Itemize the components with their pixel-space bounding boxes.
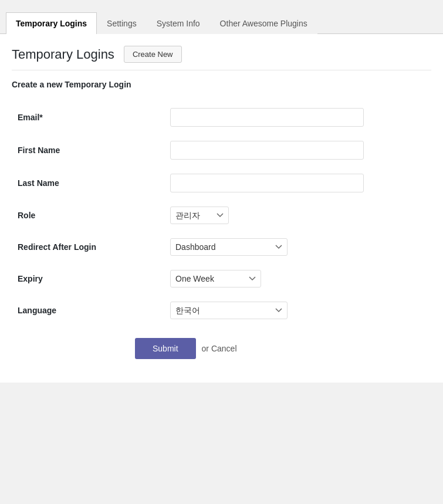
tab-settings[interactable]: Settings	[97, 12, 147, 34]
last-name-field[interactable]	[170, 174, 364, 192]
form-section-title: Create a new Temporary Login	[12, 80, 431, 89]
redirect-select[interactable]: Dashboard Profile Front Page	[170, 238, 288, 256]
expiry-label: Expiry	[18, 274, 43, 283]
tab-other-awesome-plugins[interactable]: Other Awesome Plugins	[210, 12, 317, 34]
tab-temporary-logins[interactable]: Temporary Logins	[6, 12, 97, 34]
tabs-bar: Temporary Logins Settings System Info Ot…	[0, 12, 443, 34]
first-name-label: First Name	[18, 146, 60, 155]
main-content: Temporary Logins Create New Create a new…	[0, 34, 443, 383]
role-label: Role	[18, 211, 35, 220]
email-row: Email*	[12, 101, 431, 134]
last-name-row: Last Name	[12, 167, 431, 199]
first-name-field[interactable]	[170, 141, 364, 160]
first-name-row: First Name	[12, 134, 431, 167]
language-label: Language	[18, 306, 56, 315]
last-name-label: Last Name	[18, 178, 59, 188]
language-select[interactable]: 한국어 English 日本語 Español Français	[170, 302, 288, 319]
page-wrapper: Temporary Logins Settings System Info Ot…	[0, 0, 443, 383]
role-select[interactable]: 관리자 Editor Author Contributor Subscriber	[170, 207, 229, 224]
email-label: Email*	[18, 113, 43, 122]
cancel-link[interactable]: or Cancel	[202, 344, 237, 353]
create-new-button[interactable]: Create New	[124, 46, 182, 63]
redirect-row: Redirect After Login Dashboard Profile F…	[12, 231, 431, 263]
submit-row: Submit or Cancel	[12, 338, 431, 359]
create-login-form: Email* First Name	[12, 101, 431, 326]
expiry-row: Expiry One Hour One Day One Week One Mon…	[12, 263, 431, 295]
expiry-select[interactable]: One Hour One Day One Week One Month One …	[170, 270, 261, 287]
language-row: Language 한국어 English 日本語 Español Françai…	[12, 295, 431, 326]
redirect-label: Redirect After Login	[18, 242, 96, 252]
tab-system-info[interactable]: System Info	[147, 12, 210, 34]
email-field[interactable]	[170, 108, 364, 127]
page-title: Temporary Logins	[12, 47, 114, 62]
submit-button[interactable]: Submit	[135, 338, 196, 359]
page-title-row: Temporary Logins Create New	[12, 46, 431, 70]
role-row: Role 관리자 Editor Author Contributor Subsc…	[12, 199, 431, 231]
